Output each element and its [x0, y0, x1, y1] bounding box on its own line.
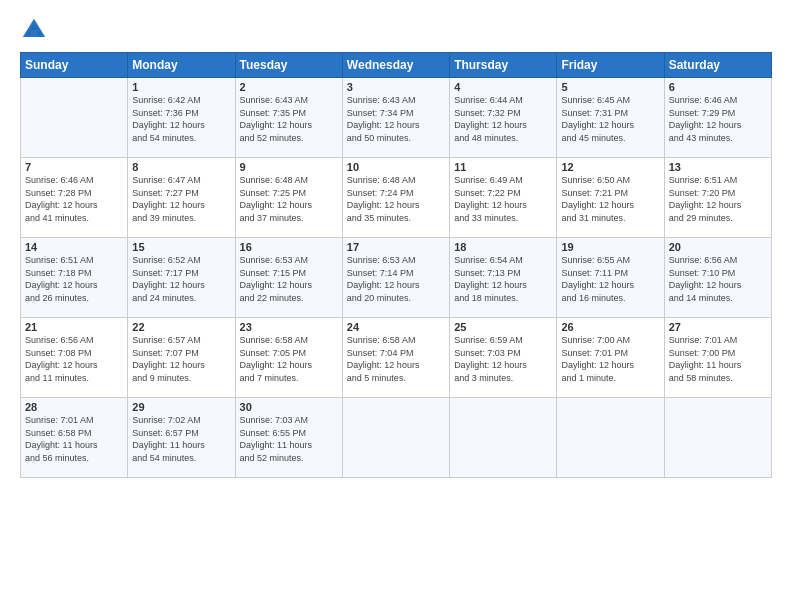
weekday-header-wednesday: Wednesday [342, 53, 449, 78]
day-cell: 18Sunrise: 6:54 AM Sunset: 7:13 PM Dayli… [450, 238, 557, 318]
day-cell: 4Sunrise: 6:44 AM Sunset: 7:32 PM Daylig… [450, 78, 557, 158]
day-info: Sunrise: 6:43 AM Sunset: 7:34 PM Dayligh… [347, 94, 445, 144]
day-number: 18 [454, 241, 552, 253]
day-cell: 2Sunrise: 6:43 AM Sunset: 7:35 PM Daylig… [235, 78, 342, 158]
day-info: Sunrise: 6:58 AM Sunset: 7:05 PM Dayligh… [240, 334, 338, 384]
day-cell: 23Sunrise: 6:58 AM Sunset: 7:05 PM Dayli… [235, 318, 342, 398]
day-number: 8 [132, 161, 230, 173]
day-cell: 7Sunrise: 6:46 AM Sunset: 7:28 PM Daylig… [21, 158, 128, 238]
day-number: 17 [347, 241, 445, 253]
day-info: Sunrise: 7:00 AM Sunset: 7:01 PM Dayligh… [561, 334, 659, 384]
day-number: 10 [347, 161, 445, 173]
day-cell: 11Sunrise: 6:49 AM Sunset: 7:22 PM Dayli… [450, 158, 557, 238]
day-cell: 16Sunrise: 6:53 AM Sunset: 7:15 PM Dayli… [235, 238, 342, 318]
day-cell: 14Sunrise: 6:51 AM Sunset: 7:18 PM Dayli… [21, 238, 128, 318]
day-info: Sunrise: 7:01 AM Sunset: 6:58 PM Dayligh… [25, 414, 123, 464]
day-number: 15 [132, 241, 230, 253]
day-cell: 9Sunrise: 6:48 AM Sunset: 7:25 PM Daylig… [235, 158, 342, 238]
day-number: 16 [240, 241, 338, 253]
day-cell: 10Sunrise: 6:48 AM Sunset: 7:24 PM Dayli… [342, 158, 449, 238]
day-cell: 5Sunrise: 6:45 AM Sunset: 7:31 PM Daylig… [557, 78, 664, 158]
week-row-3: 14Sunrise: 6:51 AM Sunset: 7:18 PM Dayli… [21, 238, 772, 318]
week-row-2: 7Sunrise: 6:46 AM Sunset: 7:28 PM Daylig… [21, 158, 772, 238]
day-info: Sunrise: 6:48 AM Sunset: 7:24 PM Dayligh… [347, 174, 445, 224]
day-cell: 27Sunrise: 7:01 AM Sunset: 7:00 PM Dayli… [664, 318, 771, 398]
day-cell: 19Sunrise: 6:55 AM Sunset: 7:11 PM Dayli… [557, 238, 664, 318]
day-number: 20 [669, 241, 767, 253]
day-cell: 30Sunrise: 7:03 AM Sunset: 6:55 PM Dayli… [235, 398, 342, 478]
day-info: Sunrise: 6:55 AM Sunset: 7:11 PM Dayligh… [561, 254, 659, 304]
day-info: Sunrise: 7:02 AM Sunset: 6:57 PM Dayligh… [132, 414, 230, 464]
day-info: Sunrise: 7:01 AM Sunset: 7:00 PM Dayligh… [669, 334, 767, 384]
day-number: 1 [132, 81, 230, 93]
day-number: 4 [454, 81, 552, 93]
day-cell [557, 398, 664, 478]
day-number: 22 [132, 321, 230, 333]
day-number: 6 [669, 81, 767, 93]
day-cell [21, 78, 128, 158]
day-info: Sunrise: 6:48 AM Sunset: 7:25 PM Dayligh… [240, 174, 338, 224]
day-info: Sunrise: 6:53 AM Sunset: 7:14 PM Dayligh… [347, 254, 445, 304]
weekday-header-sunday: Sunday [21, 53, 128, 78]
day-number: 26 [561, 321, 659, 333]
day-number: 30 [240, 401, 338, 413]
day-info: Sunrise: 7:03 AM Sunset: 6:55 PM Dayligh… [240, 414, 338, 464]
day-number: 13 [669, 161, 767, 173]
day-number: 23 [240, 321, 338, 333]
week-row-1: 1Sunrise: 6:42 AM Sunset: 7:36 PM Daylig… [21, 78, 772, 158]
weekday-header-friday: Friday [557, 53, 664, 78]
day-info: Sunrise: 6:50 AM Sunset: 7:21 PM Dayligh… [561, 174, 659, 224]
day-cell: 17Sunrise: 6:53 AM Sunset: 7:14 PM Dayli… [342, 238, 449, 318]
svg-rect-2 [31, 30, 38, 37]
calendar: SundayMondayTuesdayWednesdayThursdayFrid… [20, 52, 772, 478]
logo-area [20, 16, 52, 44]
day-number: 19 [561, 241, 659, 253]
day-number: 21 [25, 321, 123, 333]
week-row-4: 21Sunrise: 6:56 AM Sunset: 7:08 PM Dayli… [21, 318, 772, 398]
day-info: Sunrise: 6:51 AM Sunset: 7:20 PM Dayligh… [669, 174, 767, 224]
day-info: Sunrise: 6:54 AM Sunset: 7:13 PM Dayligh… [454, 254, 552, 304]
day-info: Sunrise: 6:46 AM Sunset: 7:29 PM Dayligh… [669, 94, 767, 144]
day-info: Sunrise: 6:45 AM Sunset: 7:31 PM Dayligh… [561, 94, 659, 144]
weekday-header-tuesday: Tuesday [235, 53, 342, 78]
day-cell [664, 398, 771, 478]
day-cell: 21Sunrise: 6:56 AM Sunset: 7:08 PM Dayli… [21, 318, 128, 398]
day-number: 11 [454, 161, 552, 173]
day-info: Sunrise: 6:43 AM Sunset: 7:35 PM Dayligh… [240, 94, 338, 144]
day-info: Sunrise: 6:59 AM Sunset: 7:03 PM Dayligh… [454, 334, 552, 384]
day-info: Sunrise: 6:46 AM Sunset: 7:28 PM Dayligh… [25, 174, 123, 224]
day-number: 7 [25, 161, 123, 173]
day-info: Sunrise: 6:49 AM Sunset: 7:22 PM Dayligh… [454, 174, 552, 224]
day-info: Sunrise: 6:53 AM Sunset: 7:15 PM Dayligh… [240, 254, 338, 304]
day-cell: 12Sunrise: 6:50 AM Sunset: 7:21 PM Dayli… [557, 158, 664, 238]
logo-icon [20, 16, 48, 44]
week-row-5: 28Sunrise: 7:01 AM Sunset: 6:58 PM Dayli… [21, 398, 772, 478]
day-info: Sunrise: 6:58 AM Sunset: 7:04 PM Dayligh… [347, 334, 445, 384]
day-number: 9 [240, 161, 338, 173]
day-info: Sunrise: 6:52 AM Sunset: 7:17 PM Dayligh… [132, 254, 230, 304]
day-cell: 8Sunrise: 6:47 AM Sunset: 7:27 PM Daylig… [128, 158, 235, 238]
day-number: 24 [347, 321, 445, 333]
day-cell: 15Sunrise: 6:52 AM Sunset: 7:17 PM Dayli… [128, 238, 235, 318]
day-cell: 6Sunrise: 6:46 AM Sunset: 7:29 PM Daylig… [664, 78, 771, 158]
day-cell: 29Sunrise: 7:02 AM Sunset: 6:57 PM Dayli… [128, 398, 235, 478]
day-info: Sunrise: 6:51 AM Sunset: 7:18 PM Dayligh… [25, 254, 123, 304]
weekday-header-row: SundayMondayTuesdayWednesdayThursdayFrid… [21, 53, 772, 78]
page: SundayMondayTuesdayWednesdayThursdayFrid… [0, 0, 792, 612]
day-info: Sunrise: 6:56 AM Sunset: 7:08 PM Dayligh… [25, 334, 123, 384]
day-cell: 26Sunrise: 7:00 AM Sunset: 7:01 PM Dayli… [557, 318, 664, 398]
day-cell: 20Sunrise: 6:56 AM Sunset: 7:10 PM Dayli… [664, 238, 771, 318]
day-cell: 1Sunrise: 6:42 AM Sunset: 7:36 PM Daylig… [128, 78, 235, 158]
day-cell: 3Sunrise: 6:43 AM Sunset: 7:34 PM Daylig… [342, 78, 449, 158]
day-info: Sunrise: 6:56 AM Sunset: 7:10 PM Dayligh… [669, 254, 767, 304]
header [20, 16, 772, 44]
day-info: Sunrise: 6:57 AM Sunset: 7:07 PM Dayligh… [132, 334, 230, 384]
day-info: Sunrise: 6:47 AM Sunset: 7:27 PM Dayligh… [132, 174, 230, 224]
day-number: 3 [347, 81, 445, 93]
day-cell [342, 398, 449, 478]
day-number: 28 [25, 401, 123, 413]
day-info: Sunrise: 6:44 AM Sunset: 7:32 PM Dayligh… [454, 94, 552, 144]
day-number: 14 [25, 241, 123, 253]
day-info: Sunrise: 6:42 AM Sunset: 7:36 PM Dayligh… [132, 94, 230, 144]
day-cell: 24Sunrise: 6:58 AM Sunset: 7:04 PM Dayli… [342, 318, 449, 398]
